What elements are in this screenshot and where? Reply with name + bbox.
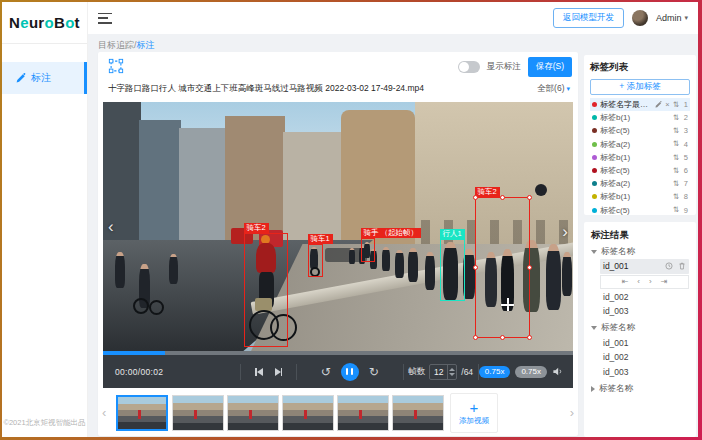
result-item-selected[interactable]: id_001 xyxy=(600,259,689,274)
sort-tag-icon[interactable]: ⇅ xyxy=(673,101,679,109)
filter-value: 全部(6) xyxy=(537,83,564,95)
frame-number-input[interactable] xyxy=(430,365,447,379)
speed-pill-active[interactable]: 0.75x xyxy=(479,366,511,378)
tag-row[interactable]: 标签b(1) ⇅ 5 xyxy=(590,151,690,164)
resize-handle[interactable] xyxy=(473,335,478,340)
sort-tag-icon[interactable]: ⇅ xyxy=(673,140,679,148)
bbox-cyclist-2[interactable]: 骑车2 xyxy=(244,233,288,347)
video-prev-arrow[interactable]: ‹ xyxy=(108,218,114,235)
frame-count-label: 帧数 xyxy=(408,366,425,378)
add-video-button[interactable]: + 添加视频 xyxy=(450,393,498,433)
result-item[interactable]: id_001 xyxy=(600,336,689,351)
sort-tag-icon[interactable]: ⇅ xyxy=(673,154,679,162)
thumbs-next-arrow[interactable]: › xyxy=(570,405,574,420)
result-item[interactable]: id_002 xyxy=(600,290,689,305)
tag-order: 1 xyxy=(682,100,688,109)
thumbnail-1[interactable] xyxy=(116,395,168,431)
scene-building xyxy=(139,120,181,250)
tag-row[interactable]: 标签a(2) ⇅ 4 xyxy=(590,138,690,151)
trash-icon[interactable] xyxy=(678,262,686,270)
sidebar-item-annotate[interactable]: 标注 xyxy=(2,62,87,94)
thumbnail-image xyxy=(283,396,333,430)
sort-tag-icon[interactable]: ⇅ xyxy=(673,180,679,188)
rewind-icon[interactable]: ↺ xyxy=(321,366,331,378)
video-next-arrow[interactable]: › xyxy=(562,223,568,240)
bbox-rider-startframe[interactable]: 骑手 （起始帧） xyxy=(361,238,375,262)
rect-select-tool-icon[interactable] xyxy=(108,58,124,74)
tag-name: 标签名字最长数... xyxy=(600,99,652,110)
tag-list: 标签名字最长数... × ⇅ 1 标签b(1) ⇅ 2 标签c(5) ⇅ 3 标… xyxy=(590,98,690,217)
bbox-pedestrian-1[interactable]: 行人1 xyxy=(440,239,465,301)
history-icon[interactable] xyxy=(665,262,673,270)
thumbnail-2[interactable] xyxy=(172,395,224,431)
sort-tag-icon[interactable]: ⇅ xyxy=(673,193,679,201)
volume-icon[interactable] xyxy=(552,366,563,377)
sort-tag-icon[interactable]: ⇅ xyxy=(673,114,679,122)
avatar[interactable] xyxy=(632,10,648,26)
show-annotation-toggle[interactable] xyxy=(458,61,480,73)
resize-handle[interactable] xyxy=(527,335,532,340)
resize-handle[interactable] xyxy=(500,195,505,200)
tag-row[interactable]: 标签a(2) ⇅ 7 xyxy=(590,177,690,190)
tag-row[interactable]: 标签b(1) ⇅ 8 xyxy=(590,190,690,203)
tag-row[interactable]: 标签b(1) ⇅ 2 xyxy=(590,111,690,124)
resize-handle[interactable] xyxy=(473,195,478,200)
tag-name: 标签a(2) xyxy=(600,178,670,189)
pager-next-icon[interactable]: › xyxy=(649,278,652,286)
save-button[interactable]: 保存(S) xyxy=(528,57,572,77)
pause-button[interactable] xyxy=(341,363,359,381)
copyright-text: ©2021北京矩视智能出品 xyxy=(2,418,87,428)
caret-down-icon xyxy=(591,250,597,254)
result-group-header[interactable]: 标签名称 xyxy=(591,244,689,259)
delete-tag-icon[interactable]: × xyxy=(665,101,669,109)
tag-row[interactable]: 标签c(5) ⇅ 3 xyxy=(590,124,690,137)
caret-down-icon xyxy=(591,326,597,330)
bbox-cyclist-2-selected[interactable]: 骑车2 xyxy=(475,197,530,338)
filter-dropdown[interactable]: 全部(6) ▾ xyxy=(537,83,570,95)
sort-tag-icon[interactable]: ⇅ xyxy=(673,127,679,135)
sort-tag-icon[interactable]: ⇅ xyxy=(673,206,679,214)
thumbnail-6[interactable] xyxy=(392,395,444,431)
add-tag-button[interactable]: + 添加标签 xyxy=(590,79,690,95)
thumbnail-5[interactable] xyxy=(337,395,389,431)
tag-row[interactable]: 标签c(5) ⇅ 6 xyxy=(590,164,690,177)
pager-first-icon[interactable]: ⇤ xyxy=(622,278,629,286)
thumbs-prev-arrow[interactable]: ‹ xyxy=(102,405,106,420)
scene-pedestrian xyxy=(546,244,561,310)
tag-row[interactable]: 标签c(5) ⇅ 9 xyxy=(590,204,690,217)
bbox-label: 行人1 xyxy=(440,229,465,239)
video-canvas[interactable]: 骑车2 骑车1 骑手 （起始帧） 行人1 骑车2 xyxy=(103,102,573,351)
resize-handle[interactable] xyxy=(500,335,505,340)
result-item[interactable]: id_002 xyxy=(600,350,689,365)
result-group-header[interactable]: 标签名称 xyxy=(591,321,689,336)
bbox-cyclist-1[interactable]: 骑车1 xyxy=(308,244,323,277)
tag-name: 标签b(1) xyxy=(600,191,670,202)
resize-handle[interactable] xyxy=(527,265,532,270)
pager-prev-icon[interactable]: ‹ xyxy=(637,278,640,286)
result-item[interactable]: id_003 xyxy=(600,365,689,380)
step-up-icon[interactable] xyxy=(449,368,455,371)
prev-frame-button[interactable] xyxy=(255,368,263,376)
thumbnail-4[interactable] xyxy=(282,395,334,431)
pager-last-icon[interactable]: ⇥ xyxy=(661,278,668,286)
resize-handle[interactable] xyxy=(527,195,532,200)
user-menu[interactable]: Admin ▾ xyxy=(656,13,688,23)
thumbnail-3[interactable] xyxy=(227,395,279,431)
step-down-icon[interactable] xyxy=(449,373,455,376)
next-frame-button[interactable] xyxy=(275,368,283,376)
back-to-model-dev-button[interactable]: 返回模型开发 xyxy=(553,8,624,28)
collapse-menu-icon[interactable] xyxy=(98,13,112,24)
result-group-header[interactable]: 标签名称 xyxy=(591,381,689,396)
speed-pill-inactive[interactable]: 0.75x xyxy=(515,366,547,378)
breadcrumb-parent[interactable]: 目标追踪 xyxy=(98,40,134,50)
tag-row[interactable]: 标签名字最长数... × ⇅ 1 xyxy=(590,98,690,111)
plus-icon: + xyxy=(470,401,479,415)
result-item[interactable]: id_003 xyxy=(600,304,689,319)
resize-handle[interactable] xyxy=(473,265,478,270)
sort-tag-icon[interactable]: ⇅ xyxy=(673,167,679,175)
frame-stepper[interactable] xyxy=(447,365,456,379)
forward-icon[interactable]: ↻ xyxy=(369,366,379,378)
pencil-icon xyxy=(16,73,26,83)
tag-order: 6 xyxy=(682,166,688,175)
edit-tag-icon[interactable] xyxy=(655,101,662,108)
